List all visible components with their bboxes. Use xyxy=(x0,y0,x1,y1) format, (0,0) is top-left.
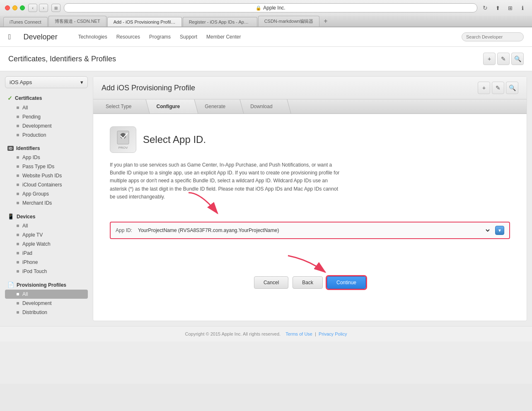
description-container: If you plan to use services such as Game… xyxy=(110,161,510,201)
provisioning-label: Provisioning Profiles xyxy=(17,282,66,288)
platform-dropdown-label: iOS Apps xyxy=(10,79,32,85)
app-id-select[interactable]: YourProjectName (RVSA8S3F7R.com.ayang.Yo… xyxy=(136,227,491,234)
identifiers-label: Identifiers xyxy=(16,145,40,151)
sidebar-item-iphone[interactable]: iPhone xyxy=(5,258,88,267)
close-button[interactable] xyxy=(5,5,10,10)
action-buttons: Cancel Back Continue xyxy=(110,276,510,289)
page-title: Certificates, Identifiers & Profiles xyxy=(8,55,116,63)
nav-resources[interactable]: Resources xyxy=(116,27,140,46)
back-nav-button[interactable]: ‹ xyxy=(28,4,37,12)
sidebar-item-app-ids[interactable]: App IDs xyxy=(5,153,88,162)
edit-button[interactable]: ✎ xyxy=(497,53,510,65)
nav-programs[interactable]: Programs xyxy=(149,27,171,46)
sidebar-item-certs-pending[interactable]: Pending xyxy=(5,112,88,121)
continue-button[interactable]: Continue xyxy=(327,276,366,289)
main-heading: Select App ID. xyxy=(143,134,206,145)
certificates-header: ✓ Certificates xyxy=(5,93,88,103)
tab-csdn[interactable]: 博客频道 - CSDN.NET xyxy=(48,16,106,27)
content-search-button[interactable]: 🔍 xyxy=(506,82,518,94)
app-id-chevron-icon[interactable]: ▾ xyxy=(495,226,504,235)
back-button[interactable]: Back xyxy=(293,276,323,289)
sidebar-item-ipod-touch[interactable]: iPod Touch xyxy=(5,267,88,276)
platform-dropdown[interactable]: iOS Apps ▾ xyxy=(5,76,88,88)
add-tab-button[interactable]: ⊞ xyxy=(505,3,515,12)
provisioning-icon: 📄 xyxy=(7,282,14,288)
step-configure[interactable]: Configure xyxy=(144,99,192,114)
steps-bar: Select Type Configure Generate Download xyxy=(93,99,527,114)
prov-icon: PROV xyxy=(110,126,136,153)
sidebar-item-apple-tv[interactable]: Apple TV xyxy=(5,230,88,239)
content-add-button[interactable]: + xyxy=(478,82,490,94)
window-mode-button[interactable]: ⊞ xyxy=(51,4,60,12)
nav-member-center[interactable]: Member Center xyxy=(206,27,241,46)
brand-name: Developer xyxy=(24,28,58,46)
reload-button[interactable]: ↻ xyxy=(481,3,490,12)
step-select-type[interactable]: Select Type xyxy=(93,99,144,114)
sidebar-item-ipad[interactable]: iPad xyxy=(5,249,88,258)
sidebar-item-profiles-distribution[interactable]: Distribution xyxy=(5,308,88,317)
sidebar: iOS Apps ▾ ✓ Certificates All Pending De… xyxy=(5,76,88,321)
content-action-buttons: + ✎ 🔍 xyxy=(478,82,518,94)
content-area: iOS Apps ▾ ✓ Certificates All Pending De… xyxy=(0,71,532,326)
devices-section: 📱 Devices All Apple TV Apple Watch iPad … xyxy=(5,212,88,276)
sidebar-item-certs-development[interactable]: Development xyxy=(5,121,88,131)
app-id-section: App ID: YourProjectName (RVSA8S3F7R.com.… xyxy=(110,222,510,239)
nav-support[interactable]: Support xyxy=(180,27,197,46)
sidebar-item-certs-production[interactable]: Production xyxy=(5,131,88,140)
apple-logo:  xyxy=(8,28,11,46)
terms-of-use-link[interactable]: Terms of Use xyxy=(285,331,312,336)
certificates-icon: ✓ xyxy=(7,95,12,102)
info-button[interactable]: ℹ xyxy=(518,3,527,12)
search-input[interactable] xyxy=(462,32,524,41)
prov-icon-svg xyxy=(116,130,131,145)
address-bar[interactable]: 🔒 Apple Inc. xyxy=(64,3,477,12)
sidebar-item-app-groups[interactable]: App Groups xyxy=(5,189,88,198)
cancel-button[interactable]: Cancel xyxy=(254,276,288,289)
identifiers-icon: ID xyxy=(7,146,14,151)
content-title: Add iOS Provisioning Profile xyxy=(102,84,195,92)
sidebar-item-profiles-all[interactable]: All xyxy=(5,290,88,299)
tab-itunes-connect[interactable]: iTunes Connect xyxy=(3,17,48,27)
search-button[interactable]: 🔍 xyxy=(511,53,524,65)
sidebar-item-icloud-containers[interactable]: iCloud Containers xyxy=(5,180,88,189)
sidebar-item-pass-type-ids[interactable]: Pass Type IDs xyxy=(5,162,88,171)
sidebar-item-devices-all[interactable]: All xyxy=(5,221,88,230)
copyright-text: Copyright © 2015 Apple Inc. All rights r… xyxy=(185,331,281,336)
traffic-lights xyxy=(5,5,25,10)
arrow-annotation-2 xyxy=(284,251,334,276)
forward-nav-button[interactable]: › xyxy=(39,4,48,12)
sidebar-item-website-push-ids[interactable]: Website Push IDs xyxy=(5,171,88,180)
tab-markdown[interactable]: CSDN-markdown编辑器 xyxy=(258,16,320,27)
sidebar-item-profiles-development[interactable]: Development xyxy=(5,299,88,308)
content-edit-button[interactable]: ✎ xyxy=(492,82,504,94)
footer: Copyright © 2015 Apple Inc. All rights r… xyxy=(0,326,532,341)
tab-register-ios[interactable]: Register - iOS App IDs - Apple Developer xyxy=(183,17,257,27)
add-button[interactable]: + xyxy=(483,53,496,65)
title-bar: ‹ › ⊞ 🔒 Apple Inc. ↻ ⬆ ⊞ ℹ xyxy=(0,0,532,16)
sidebar-item-certs-all[interactable]: All xyxy=(5,103,88,112)
tab-provisioning-profiles[interactable]: Add - iOS Provisioning Profiles - Appl..… xyxy=(107,17,182,27)
sidebar-item-merchant-ids[interactable]: Merchant IDs xyxy=(5,198,88,208)
description-text: If you plan to use services such as Game… xyxy=(110,161,342,201)
provisioning-section: 📄 Provisioning Profiles All Development … xyxy=(5,280,88,317)
maximize-button[interactable] xyxy=(20,5,25,10)
step-download[interactable]: Download xyxy=(238,99,285,114)
app-id-row: App ID: YourProjectName (RVSA8S3F7R.com.… xyxy=(110,222,510,239)
button-arrow-container xyxy=(110,251,510,276)
share-button[interactable]: ⬆ xyxy=(493,3,502,12)
app-id-label: App ID: xyxy=(116,227,132,233)
nav-technologies[interactable]: Technologies xyxy=(78,27,107,46)
devices-header: 📱 Devices xyxy=(5,212,88,221)
page-header: Certificates, Identifiers & Profiles + ✎… xyxy=(0,47,532,71)
page-wrapper:  Developer Technologies Resources Progr… xyxy=(0,27,532,384)
identifiers-header: ID Identifiers xyxy=(5,144,88,153)
privacy-policy-link[interactable]: Privacy Policy xyxy=(319,331,347,336)
sidebar-item-apple-watch[interactable]: Apple Watch xyxy=(5,239,88,249)
top-nav:  Developer Technologies Resources Progr… xyxy=(0,27,532,47)
prov-icon-label: PROV xyxy=(118,146,128,150)
minimize-button[interactable] xyxy=(12,5,17,10)
address-text: Apple Inc. xyxy=(263,5,285,11)
chevron-down-icon: ▾ xyxy=(80,79,83,85)
new-tab-button[interactable]: + xyxy=(320,16,331,27)
step-generate[interactable]: Generate xyxy=(192,99,238,114)
